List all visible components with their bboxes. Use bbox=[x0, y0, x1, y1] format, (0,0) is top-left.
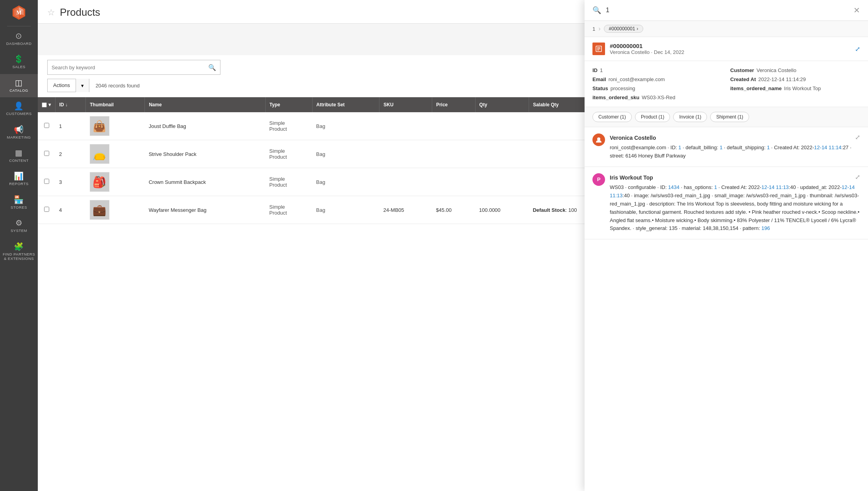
customer-result-content: Veronica Costello roni_cost@example.com … bbox=[610, 133, 860, 160]
sidebar-item-customers[interactable]: 👤 CUSTOMERS bbox=[0, 97, 38, 120]
th-id[interactable]: ID ↓ bbox=[55, 97, 86, 112]
sidebar-logo: M bbox=[0, 0, 38, 25]
sidebar-item-marketing[interactable]: 📢 MARKETING bbox=[0, 121, 38, 144]
product-created-date-link[interactable]: 12-14 bbox=[761, 184, 774, 190]
product-avatar-letter: P bbox=[597, 176, 601, 182]
product-options-link[interactable]: 1 bbox=[714, 184, 717, 190]
product-id-link[interactable]: 1434 bbox=[668, 184, 679, 190]
order-header: #000000001 Veronica Costello · Dec 14, 2… bbox=[585, 37, 868, 61]
created-value: 2022-12-14 11:14:29 bbox=[758, 76, 806, 82]
email-row: Email roni_cost@example.com bbox=[592, 76, 722, 82]
overlay-search-bar: 🔍 ✕ bbox=[585, 0, 868, 21]
row-2-checkbox[interactable] bbox=[44, 151, 49, 156]
created-label: Created At bbox=[730, 76, 756, 82]
customer-external-link-icon[interactable]: ⤢ bbox=[855, 133, 860, 141]
product-thumb-1: 👜 bbox=[90, 116, 109, 136]
row-4-id: 4 bbox=[55, 196, 86, 224]
product-external-link-icon[interactable]: ⤢ bbox=[855, 173, 860, 181]
row-1-id: 1 bbox=[55, 112, 86, 140]
items-sku-value: WS03-XS-Red bbox=[642, 94, 675, 100]
product-updated-date-link[interactable]: 12-14 bbox=[842, 184, 855, 190]
row-3-id: 3 bbox=[55, 168, 86, 196]
row-3-thumbnail: 🎒 bbox=[86, 168, 145, 196]
select-all-checkbox[interactable] bbox=[42, 102, 47, 107]
tab-shipment[interactable]: Shipment (1) bbox=[710, 112, 749, 122]
breadcrumb-order-tag[interactable]: #000000001 › bbox=[604, 25, 644, 33]
th-type[interactable]: Type bbox=[265, 97, 312, 112]
search-bar[interactable]: 🔍 bbox=[47, 60, 220, 75]
product-created-time-link[interactable]: 11:13 bbox=[776, 184, 789, 190]
th-select-caret[interactable]: ▾ bbox=[48, 102, 51, 107]
customer-date-link[interactable]: 12-14 bbox=[814, 145, 827, 150]
customers-icon: 👤 bbox=[14, 102, 24, 110]
page-title: Products bbox=[60, 6, 100, 19]
search-overlay-panel: 🔍 ✕ 1 › #000000001 › bbox=[585, 0, 868, 491]
customer-result-name: Veronica Costello bbox=[610, 133, 860, 142]
row-checkbox-1[interactable] bbox=[38, 112, 55, 140]
sidebar-item-extensions[interactable]: 🧩 FIND PARTNERS & EXTENSIONS bbox=[0, 238, 38, 266]
th-qty[interactable]: Qty bbox=[475, 97, 529, 112]
sidebar-item-stores[interactable]: 🏪 STORES bbox=[0, 191, 38, 214]
actions-dropdown[interactable]: Actions ▾ bbox=[47, 79, 89, 92]
row-3-qty bbox=[475, 168, 529, 196]
row-3-checkbox[interactable] bbox=[44, 179, 49, 184]
customer-avatar bbox=[592, 133, 605, 146]
magento-logo-icon: M bbox=[10, 4, 28, 21]
customer-shipping-link[interactable]: 1 bbox=[767, 145, 770, 150]
sidebar-label-content: CONTENT bbox=[9, 158, 28, 163]
row-3-sku bbox=[379, 168, 432, 196]
sidebar-label-reports: REPORTS bbox=[9, 182, 28, 186]
items-sku-label: items_ordered_sku bbox=[592, 94, 639, 100]
sidebar-item-catalog[interactable]: ◫ CATALOG bbox=[0, 74, 38, 97]
dashboard-icon: ⊙ bbox=[15, 32, 22, 40]
email-label: Email bbox=[592, 76, 606, 82]
sidebar-item-reports[interactable]: 📊 REPORTS bbox=[0, 167, 38, 191]
overlay-close-button[interactable]: ✕ bbox=[853, 6, 860, 15]
product-pattern-link[interactable]: 196 bbox=[761, 225, 770, 231]
status-row: Status processing bbox=[592, 85, 722, 91]
th-price[interactable]: Price bbox=[432, 97, 475, 112]
favorite-star-icon[interactable]: ☆ bbox=[47, 7, 55, 18]
th-attribute-set[interactable]: Attribute Set bbox=[312, 97, 379, 112]
catalog-icon: ◫ bbox=[15, 79, 23, 87]
product-thumb-3: 🎒 bbox=[90, 172, 109, 192]
sidebar-item-content[interactable]: ▦ CONTENT bbox=[0, 144, 38, 167]
content-icon: ▦ bbox=[15, 149, 23, 157]
overlay-search-input[interactable] bbox=[606, 7, 849, 14]
sidebar-item-system[interactable]: ⚙ SYSTEM bbox=[0, 214, 38, 237]
customer-result-item: Veronica Costello roni_cost@example.com … bbox=[585, 127, 868, 167]
order-external-link-icon[interactable]: ⤢ bbox=[855, 45, 860, 53]
tab-invoice[interactable]: Invoice (1) bbox=[673, 112, 707, 122]
row-checkbox-2[interactable] bbox=[38, 140, 55, 168]
actions-caret[interactable]: ▾ bbox=[76, 79, 89, 92]
customer-id-link[interactable]: 1 bbox=[678, 145, 681, 150]
row-4-checkbox[interactable] bbox=[44, 207, 49, 212]
row-3-price bbox=[432, 168, 475, 196]
customer-billing-link[interactable]: 1 bbox=[720, 145, 722, 150]
row-1-price bbox=[432, 112, 475, 140]
tab-product[interactable]: Product (1) bbox=[635, 112, 670, 122]
customer-time-link[interactable]: 11:14 bbox=[829, 145, 842, 150]
sidebar-item-sales[interactable]: 💲 SALES bbox=[0, 50, 38, 74]
customer-value: Veronica Costello bbox=[757, 67, 796, 73]
row-1-checkbox[interactable] bbox=[44, 123, 49, 128]
th-sku[interactable]: SKU bbox=[379, 97, 432, 112]
tab-customer[interactable]: Customer (1) bbox=[592, 112, 632, 122]
sidebar-item-dashboard[interactable]: ⊙ DASHBOARD bbox=[0, 27, 38, 50]
row-3-attr-set: Bag bbox=[312, 168, 379, 196]
search-button[interactable]: 🔍 bbox=[208, 64, 216, 71]
customer-result-details: roni_cost@example.com · ID: 1 · default_… bbox=[610, 144, 860, 160]
breadcrumb-number: 1 bbox=[592, 26, 595, 32]
row-checkbox-3[interactable] bbox=[38, 168, 55, 196]
th-name[interactable]: Name bbox=[145, 97, 265, 112]
items-name-row: items_ordered_name Iris Workout Top bbox=[730, 85, 860, 91]
row-2-thumbnail: 👝 bbox=[86, 140, 145, 168]
search-input[interactable] bbox=[52, 65, 208, 70]
product-avatar: P bbox=[592, 173, 605, 186]
th-checkbox[interactable]: ▾ bbox=[38, 97, 55, 112]
svg-point-9 bbox=[597, 137, 600, 141]
breadcrumb-tag-arrow: › bbox=[637, 26, 638, 31]
row-checkbox-4[interactable] bbox=[38, 196, 55, 224]
product-updated-time-link[interactable]: 11:13 bbox=[610, 193, 623, 198]
overlay-search-icon: 🔍 bbox=[592, 6, 601, 15]
